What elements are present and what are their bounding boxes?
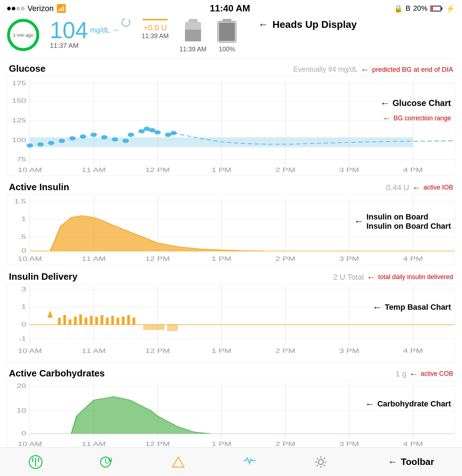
toolbar-settings[interactable]	[313, 454, 329, 470]
bluetooth-icon: B	[406, 4, 410, 12]
refresh-icon	[121, 17, 131, 27]
svg-point-44	[170, 131, 177, 135]
carbs-chart[interactable]: 20 10 0	[7, 380, 455, 452]
total-label: total daily insulin delivered	[378, 273, 453, 281]
svg-text:.5: .5	[19, 233, 26, 239]
heart-icon	[242, 454, 257, 470]
svg-text:11 AM: 11 AM	[82, 256, 106, 262]
delivery-chart-annotation: ← Temp Basal Chart	[373, 302, 451, 313]
correction-range-label: BG correction range	[394, 115, 451, 122]
wifi-icon: 📶	[56, 4, 66, 13]
iob-chart[interactable]: 1.5 1 .5 0	[7, 194, 455, 265]
svg-line-154	[324, 458, 325, 459]
svg-text:75: 75	[17, 156, 26, 162]
svg-text:3 PM: 3 PM	[339, 256, 359, 262]
svg-text:1: 1	[21, 304, 26, 310]
svg-text:125: 125	[12, 117, 26, 123]
battery-widget[interactable]: 100%	[217, 19, 237, 53]
svg-point-29	[37, 142, 44, 146]
toolbar-health[interactable]	[242, 454, 257, 470]
glucose-unit: mg/dL →	[90, 26, 119, 34]
svg-text:100: 100	[12, 137, 26, 143]
svg-text:12 PM: 12 PM	[145, 256, 170, 262]
carrier-label: Verizon	[27, 4, 53, 13]
svg-text:2 PM: 2 PM	[275, 441, 295, 447]
active-carbs-section: Active Carbohydrates 1 g ← active COB 20…	[7, 368, 455, 452]
svg-point-36	[112, 137, 118, 141]
app-container: Verizon 📶 11:40 AM 🔒 B 20% ⚡ 1 min ago	[0, 0, 462, 476]
svg-rect-104	[122, 317, 124, 325]
carbs-chart-label: Carbohydrate Chart	[377, 399, 451, 409]
insulin-header: Active Insulin 0.44 U ← active IOB	[7, 182, 455, 194]
svg-point-41	[149, 128, 155, 132]
signal-dots	[7, 7, 25, 10]
svg-rect-106	[133, 318, 135, 325]
svg-rect-98	[90, 316, 92, 325]
battery-icon	[430, 5, 443, 12]
svg-point-33	[80, 134, 86, 138]
lock-icon: 🔒	[394, 4, 403, 13]
main-content: Glucose Eventually 94 mg/dL ← predicted …	[0, 63, 462, 452]
header-annotations: ← Heads Up Display	[247, 19, 455, 30]
status-left: Verizon 📶	[7, 4, 66, 13]
svg-rect-93	[63, 315, 66, 325]
svg-text:4 PM: 4 PM	[403, 167, 423, 173]
toolbar-bolus[interactable]	[170, 454, 186, 470]
charging-icon: ⚡	[446, 4, 455, 13]
svg-point-3	[122, 19, 130, 26]
signal-dot-1	[7, 7, 11, 10]
toolbar-label: Toolbar	[401, 456, 434, 467]
cgm-age: 1 min ago	[13, 32, 33, 38]
delivery-chart-label: Temp Basal Chart	[385, 303, 451, 312]
svg-rect-105	[127, 315, 130, 325]
svg-marker-91	[47, 310, 53, 318]
glucose-widget[interactable]: 104 mg/dL → 11:37 AM	[50, 19, 131, 50]
insulin-value: 0.44 U	[386, 183, 409, 192]
svg-text:3 PM: 3 PM	[339, 441, 359, 447]
insulin-title: Active Insulin	[9, 182, 69, 193]
reservoir-widget[interactable]: 11:39 AM	[179, 19, 206, 53]
svg-line-153	[324, 465, 325, 466]
svg-text:1: 1	[21, 216, 26, 222]
svg-point-37	[122, 138, 129, 143]
svg-text:11 AM: 11 AM	[82, 441, 106, 447]
svg-text:11 AM: 11 AM	[82, 348, 106, 354]
svg-text:3: 3	[21, 286, 26, 292]
glucose-chart[interactable]: 175 150 125 100 75	[7, 76, 455, 176]
eventually-label: Eventually 94 mg/dL	[293, 65, 358, 74]
glucose-chart-annotation: ← Glucose Chart	[380, 98, 451, 109]
toolbar-food-history[interactable]	[99, 454, 115, 470]
insulin-delta: +0.0 U	[144, 23, 167, 32]
svg-text:12 PM: 12 PM	[145, 441, 170, 447]
svg-rect-94	[69, 319, 71, 325]
iob-chart-annotation: ← Insulin on Board Insulin on Board Char…	[354, 212, 451, 231]
svg-text:1 PM: 1 PM	[211, 256, 231, 262]
toolbar-food[interactable]	[28, 454, 43, 470]
svg-rect-108	[167, 324, 178, 331]
svg-text:3 PM: 3 PM	[339, 167, 359, 173]
cob-label: active COB	[421, 370, 453, 378]
toolbar-annotation: ← Toolbar	[388, 456, 434, 467]
svg-rect-103	[117, 318, 119, 325]
insulin-widget[interactable]: +0.0 U 11:39 AM	[142, 19, 169, 40]
glucose-time: 11:37 AM	[50, 42, 78, 50]
delivery-chart[interactable]: 3 1 0 -1	[7, 284, 455, 362]
pump-battery-icon	[217, 19, 237, 46]
svg-point-32	[69, 136, 76, 140]
svg-text:2 PM: 2 PM	[275, 348, 295, 354]
svg-rect-1	[441, 7, 442, 10]
delivery-value: 2 U Total	[333, 273, 364, 282]
svg-rect-100	[101, 315, 103, 325]
signal-dot-2	[12, 7, 15, 10]
svg-rect-2	[431, 7, 433, 10]
divider-1	[7, 59, 455, 59]
svg-line-152	[317, 458, 318, 459]
svg-rect-96	[79, 314, 82, 325]
svg-text:11 AM: 11 AM	[82, 167, 106, 173]
svg-text:2 PM: 2 PM	[275, 167, 295, 173]
svg-rect-107	[143, 324, 165, 330]
svg-text:4 PM: 4 PM	[403, 348, 423, 354]
cgm-widget[interactable]: 1 min ago	[7, 19, 39, 51]
correction-range-annotation: ← BG correction range	[383, 114, 451, 123]
svg-rect-99	[95, 317, 98, 325]
